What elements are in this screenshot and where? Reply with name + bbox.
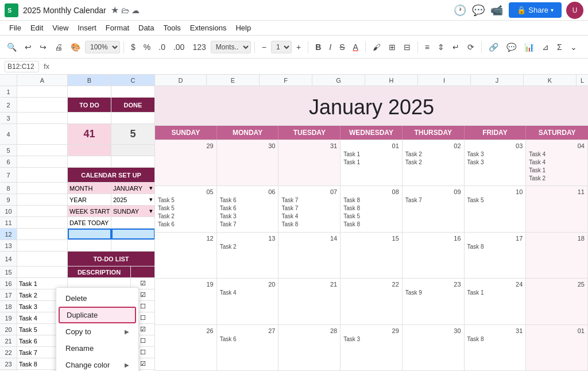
merge-btn[interactable]: ⊟ (400, 40, 414, 54)
cell-c2[interactable]: DONE (111, 98, 155, 112)
cell-c1[interactable] (111, 86, 155, 97)
cal-cell-1-5[interactable]: 10Task 5 (465, 186, 527, 232)
cal-cell-0-1[interactable]: 30 (217, 140, 279, 186)
menu-insert[interactable]: Insert (73, 24, 101, 32)
cal-cell-2-6[interactable]: 18 (526, 233, 588, 279)
menu-help[interactable]: Help (231, 24, 256, 32)
cell-a3[interactable] (17, 113, 68, 123)
avatar[interactable]: U (566, 2, 583, 19)
italic-btn[interactable]: I (326, 40, 335, 54)
cal-cell-2-5[interactable]: 17Task 8 (465, 233, 527, 279)
cell-c8[interactable]: JANUARY ▾ (111, 183, 155, 194)
cell-b7-merged[interactable]: CALENDAR SET UP (68, 168, 155, 182)
ctx-duplicate[interactable]: Duplicate (59, 307, 136, 323)
num-format-btn[interactable]: 123 (189, 40, 209, 54)
cloud-icon[interactable]: ☁ (131, 6, 140, 15)
more-btn[interactable]: ⌄ (567, 40, 581, 54)
align-btn[interactable]: ≡ (421, 40, 433, 54)
cell-c11[interactable] (111, 217, 155, 228)
history-icon[interactable]: 🕐 (454, 4, 466, 17)
cell-b6[interactable] (68, 156, 111, 167)
cell-b1[interactable] (68, 86, 111, 97)
cell-b5[interactable] (68, 145, 111, 156)
cell-b12[interactable] (68, 229, 111, 239)
cell-c12[interactable] (111, 229, 155, 239)
comment-btn[interactable]: 💬 (503, 40, 520, 54)
cal-cell-1-3[interactable]: 08Task 8Task 8Task 5Task 8 (341, 186, 403, 232)
cell-c3[interactable] (111, 113, 155, 123)
ctx-delete[interactable]: Delete (56, 290, 138, 307)
cell-a5[interactable] (17, 145, 68, 156)
cal-cell-0-6[interactable]: 04Task 4Task 4Task 1Task 2 (526, 140, 588, 186)
cell-c10[interactable]: SUNDAY ▾ (111, 206, 155, 217)
cell-a9[interactable] (17, 194, 68, 205)
valign-btn[interactable]: ⇕ (434, 40, 448, 54)
rotate-btn[interactable]: ⟳ (464, 40, 478, 54)
cal-cell-3-2[interactable]: 21 (278, 279, 341, 324)
cal-cell-0-4[interactable]: 02Task 2Task 2 (403, 140, 465, 186)
wrap-btn[interactable]: ↵ (449, 40, 463, 54)
cal-cell-3-0[interactable]: 19 (155, 279, 217, 324)
search-toolbar-btn[interactable]: 🔍 (3, 40, 20, 54)
menu-edit[interactable]: Edit (26, 24, 48, 32)
function-btn[interactable]: Σ (554, 40, 566, 54)
decimal-inc-btn[interactable]: .00 (170, 40, 188, 54)
fill-color-btn[interactable]: 🖌 (369, 40, 384, 54)
cal-cell-4-1[interactable]: 27Task 6 (217, 325, 279, 371)
cal-cell-4-2[interactable]: 28 (278, 325, 341, 371)
cell-b11[interactable]: DATE TODAY (68, 217, 111, 228)
cal-cell-4-4[interactable]: 30 (403, 325, 465, 371)
ctx-change-color[interactable]: Change color ▶ (56, 357, 138, 371)
decimal-dec-btn[interactable]: .0 (155, 40, 169, 54)
cell-a7[interactable] (17, 168, 68, 182)
star-icon[interactable]: ★ (111, 5, 119, 16)
filter-btn[interactable]: ⊿ (539, 40, 552, 54)
cell-b13[interactable] (68, 240, 111, 251)
menu-extensions[interactable]: Extensions (185, 24, 231, 32)
meet-icon[interactable]: 📹 (490, 4, 503, 17)
borders-btn[interactable]: ⊞ (385, 40, 399, 54)
folder-icon[interactable]: 🗁 (121, 6, 129, 15)
cell-c15[interactable] (131, 266, 155, 277)
cal-cell-4-6[interactable]: 01 (526, 325, 588, 371)
cell-a2[interactable] (17, 98, 68, 112)
cell-c9[interactable]: 2025 ▾ (111, 194, 155, 205)
cell-a12[interactable] (17, 229, 68, 239)
font-color-btn[interactable]: A (350, 40, 362, 54)
cal-cell-0-5[interactable]: 03Task 3Task 3 (465, 140, 527, 186)
percent-btn[interactable]: % (140, 40, 154, 54)
cell-a13[interactable] (17, 240, 68, 251)
font-size-inc-btn[interactable]: + (293, 40, 304, 54)
cal-cell-3-6[interactable]: 25 (526, 279, 588, 324)
cell-a10[interactable] (17, 206, 68, 217)
print-btn[interactable]: 🖨 (51, 40, 66, 54)
cell-c4[interactable]: 5 (111, 124, 155, 144)
cell-a11[interactable] (17, 217, 68, 228)
cell-b3[interactable] (68, 113, 111, 123)
cal-cell-2-3[interactable]: 15 (341, 233, 403, 279)
menu-file[interactable]: File (5, 24, 26, 32)
cal-cell-3-1[interactable]: 20Task 4 (217, 279, 279, 324)
cell-b10[interactable]: WEEK START (68, 206, 111, 217)
cal-cell-1-2[interactable]: 07Task 7Task 7Task 4Task 8 (278, 186, 341, 232)
link-btn[interactable]: 🔗 (485, 40, 502, 54)
dropdown-week-icon[interactable]: ▾ (149, 207, 153, 215)
cal-cell-4-3[interactable]: 29Task 3 (341, 325, 403, 371)
cell-a1[interactable] (17, 86, 68, 97)
cal-cell-2-0[interactable]: 12 (155, 233, 217, 279)
redo-btn[interactable]: ↪ (36, 40, 50, 54)
cell-a14[interactable] (17, 252, 68, 266)
cell-a6[interactable] (17, 156, 68, 167)
cell-b8[interactable]: MONTH (68, 183, 111, 194)
cell-a8[interactable] (17, 183, 68, 194)
menu-data[interactable]: Data (134, 24, 158, 32)
font-size-dec-btn[interactable]: − (258, 40, 270, 54)
ctx-rename[interactable]: Rename (56, 340, 138, 357)
cal-cell-0-3[interactable]: 01Task 1Task 1 (341, 140, 403, 186)
cell-c13[interactable] (111, 240, 155, 251)
cal-cell-2-4[interactable]: 16 (403, 233, 465, 279)
cal-cell-4-0[interactable]: 26 (155, 325, 217, 371)
cell-b2[interactable]: TO DO (68, 98, 111, 112)
cell-a4[interactable] (17, 124, 68, 144)
cal-cell-1-1[interactable]: 06Task 6Task 6Task 3Task 7 (217, 186, 279, 232)
